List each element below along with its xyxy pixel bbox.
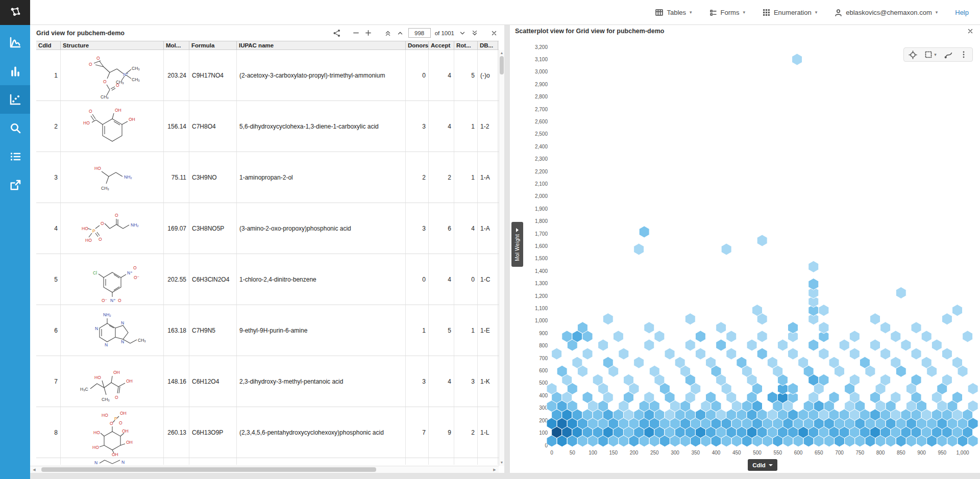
hexbin-cell[interactable]	[963, 331, 973, 342]
cell-structure[interactable]: ClN⁺OO⁻N⁺O⁻O	[61, 254, 164, 305]
cell-rot[interactable]: 4	[454, 203, 478, 254]
hexbin-cell[interactable]	[726, 331, 737, 342]
cell-rot[interactable]	[454, 458, 478, 465]
hexbin-cell[interactable]	[557, 365, 567, 377]
hexbin-cell[interactable]	[788, 348, 798, 360]
cell-accept[interactable]: 2	[429, 152, 454, 203]
hexbin-cell[interactable]	[891, 357, 901, 368]
cell-mol[interactable]: 203.24	[164, 50, 189, 100]
cell-cdid[interactable]: 1	[36, 50, 61, 100]
hexbin-cell[interactable]	[695, 348, 705, 360]
hexbin-cell[interactable]	[634, 243, 644, 255]
vertical-scrollbar-thumb[interactable]	[500, 56, 504, 74]
cell-formula[interactable]: C6H12O4	[189, 356, 237, 407]
zoom-in-button[interactable]	[362, 28, 375, 39]
hexbin-cell[interactable]	[932, 339, 942, 351]
hexbin-cell[interactable]	[726, 348, 737, 360]
cell-formula[interactable]: C7H9N5	[189, 305, 237, 356]
cell-mol[interactable]: 169.07	[164, 203, 189, 254]
cell-cdid[interactable]: 8	[36, 407, 61, 458]
hexbin-cell[interactable]	[911, 322, 921, 334]
hexbin-cell[interactable]	[880, 374, 891, 386]
table-row-partial[interactable]: NN	[36, 458, 499, 465]
lasso-select-button[interactable]	[941, 48, 956, 61]
hexbin-cell[interactable]	[819, 322, 829, 334]
cell-accept[interactable]	[429, 458, 454, 465]
sidebar-item-scatterplot[interactable]	[0, 85, 30, 114]
cell-donors[interactable]: 3	[406, 203, 429, 254]
cell-db[interactable]: 1-K	[478, 356, 498, 407]
close-scatterplot-button[interactable]	[965, 26, 976, 37]
hexbin-cell[interactable]	[968, 383, 978, 394]
y-axis-button[interactable]: Mol Weight	[511, 222, 523, 267]
table-row[interactable]: 1OON⁺CH₃CH₃CH₃OOCH₃203.24C9H17NO4(2-acet…	[36, 50, 499, 101]
hexbin-cell[interactable]	[829, 392, 839, 404]
hexbin-cell[interactable]	[624, 374, 634, 386]
cell-formula[interactable]: C3H8NO5P	[189, 203, 237, 254]
cell-formula[interactable]: C6H13O9P	[189, 407, 237, 458]
cell-structure[interactable]: HOOHOHHOOHOPHOOHO	[61, 407, 164, 458]
cell-accept[interactable]: 5	[429, 305, 454, 356]
sidebar-item-export[interactable]	[0, 171, 30, 199]
cell-cdid[interactable]: 6	[36, 305, 61, 356]
hexbin-cell[interactable]	[952, 357, 963, 368]
table-row[interactable]: 6NNNNNH₂CH₃163.18C7H9N59-ethyl-9H-purin-…	[36, 305, 499, 356]
cell-iupac[interactable]: (2-acetoxy-3-carboxylato-propyl)-trimeth…	[237, 50, 406, 100]
hexbin-cell[interactable]	[952, 392, 963, 404]
cell-iupac[interactable]	[237, 458, 406, 465]
table-row[interactable]: 3HONH₂CH₃75.11C3H9NO1-aminopropan-2-ol22…	[36, 152, 499, 203]
hexbin-cell[interactable]	[572, 357, 582, 368]
hexbin-cell[interactable]	[942, 374, 952, 386]
hexbin-cell[interactable]	[798, 357, 808, 368]
hexbin-cell[interactable]	[819, 374, 829, 386]
cell-structure[interactable]: HONH₂CH₃	[61, 152, 164, 203]
cell-cdid[interactable]: 5	[36, 254, 61, 305]
cell-donors[interactable]: 1	[406, 305, 429, 356]
hexbin-cell[interactable]	[634, 357, 644, 368]
cell-structure[interactable]: H₃CHOCH₃OHOOH	[61, 356, 164, 407]
nav-enumeration[interactable]: Enumeration ▾	[763, 9, 817, 16]
sidebar-item-barchart[interactable]	[0, 57, 30, 85]
table-row[interactable]: 8HOOHOHHOOHOPHOOHO260.13C6H13O9P(2,3,4,5…	[36, 407, 499, 458]
hexbin-cell[interactable]	[942, 348, 952, 360]
cell-rot[interactable]: 1	[454, 101, 478, 152]
cell-formula[interactable]: C6H3ClN2O4	[189, 254, 237, 305]
hexbin-cell[interactable]	[829, 357, 839, 368]
hexbin-cell[interactable]	[716, 322, 726, 334]
hexbin-cell[interactable]	[901, 339, 911, 351]
close-grid-button[interactable]	[488, 28, 500, 39]
cell-iupac[interactable]: 2,3-dihydroxy-3-methyl-pentanoic acid	[237, 356, 406, 407]
hexbin-cell[interactable]	[547, 383, 557, 394]
horizontal-scrollbar[interactable]: ◀ ▶	[30, 466, 499, 473]
cell-formula[interactable]: C9H17NO4	[189, 50, 237, 100]
cell-mol[interactable]: 202.55	[164, 254, 189, 305]
cell-donors[interactable]: 3	[406, 356, 429, 407]
cell-iupac[interactable]: 9-ethyl-9H-purin-6-amine	[237, 305, 406, 356]
pager-last-button[interactable]	[469, 28, 481, 39]
header-cell-structure[interactable]: Structure	[61, 41, 164, 49]
hexbin-cell[interactable]	[870, 313, 880, 325]
hexbin-cell[interactable]	[891, 392, 901, 404]
hexbin-cell[interactable]	[767, 357, 777, 368]
cell-cdid[interactable]: 7	[36, 356, 61, 407]
hexbin-cell[interactable]	[896, 287, 906, 299]
header-cell-db[interactable]: DB...	[478, 41, 498, 49]
hexbin-cell[interactable]	[685, 313, 695, 325]
cell-cdid[interactable]: 2	[36, 101, 61, 152]
cell-db[interactable]: 1-L	[478, 407, 498, 458]
cell-structure[interactable]: HOPHOOOONH₂	[61, 203, 164, 254]
help-link[interactable]: Help	[955, 9, 969, 16]
cell-rot[interactable]: 1	[454, 305, 478, 356]
zoom-out-button[interactable]	[350, 28, 362, 39]
hexbin-cell[interactable]	[577, 322, 587, 334]
hexbin-cell[interactable]	[819, 348, 829, 360]
hexbin-cell[interactable]	[921, 331, 932, 342]
cell-cdid[interactable]	[36, 458, 61, 465]
header-cell-cdid[interactable]: CdId	[36, 41, 61, 49]
hexbin-cell[interactable]	[644, 322, 654, 334]
cell-accept[interactable]: 4	[429, 254, 454, 305]
pager-prev-button[interactable]	[394, 28, 406, 39]
hexbin-cell[interactable]	[706, 392, 716, 404]
cell-db[interactable]: 1-C	[478, 254, 498, 305]
cell-formula[interactable]: C7H8O4	[189, 101, 237, 152]
